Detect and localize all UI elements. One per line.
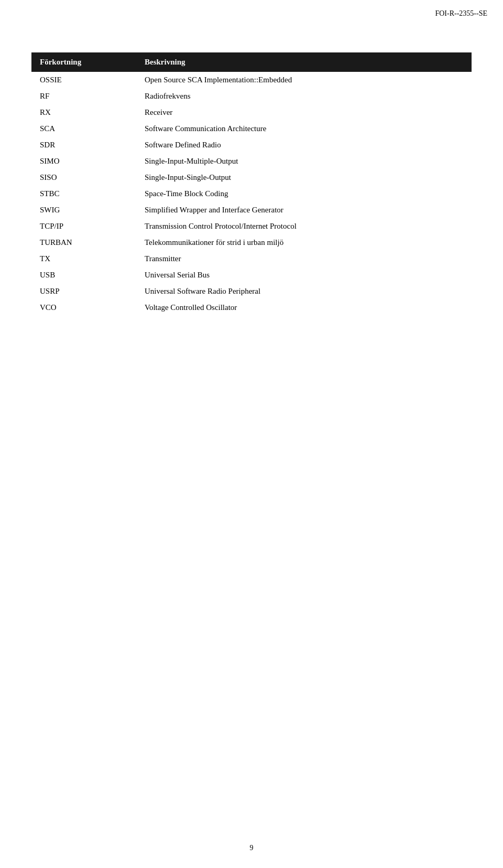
table-row: TCP/IPTransmission Control Protocol/Inte… — [31, 218, 472, 234]
table-row: RFRadiofrekvens — [31, 88, 472, 104]
table-row: USBUniversal Serial Bus — [31, 267, 472, 283]
cell-desc: Open Source SCA Implementation::Embedded — [136, 72, 472, 88]
table-row: SCASoftware Communication Architecture — [31, 121, 472, 137]
table-row: OSSIEOpen Source SCA Implementation::Emb… — [31, 72, 472, 88]
cell-desc: Simplified Wrapper and Interface Generat… — [136, 202, 472, 218]
page-number: 9 — [250, 844, 254, 852]
cell-desc: Space-Time Block Coding — [136, 186, 472, 202]
cell-desc: Single-Input-Single-Output — [136, 169, 472, 186]
cell-abbr: TURBAN — [31, 234, 136, 251]
table-row: SDRSoftware Defined Radio — [31, 137, 472, 153]
table-row: TXTransmitter — [31, 251, 472, 267]
col-header-desc: Beskrivning — [136, 52, 472, 72]
cell-desc: Transmission Control Protocol/Internet P… — [136, 218, 472, 234]
cell-desc: Receiver — [136, 104, 472, 121]
cell-desc: Single-Input-Multiple-Output — [136, 153, 472, 169]
cell-abbr: VCO — [31, 299, 136, 316]
document-id: FOI-R--2355--SE — [435, 9, 487, 18]
col-header-abbr: Förkortning — [31, 52, 136, 72]
cell-abbr: TX — [31, 251, 136, 267]
cell-desc: Telekommunikationer för strid i urban mi… — [136, 234, 472, 251]
cell-abbr: RF — [31, 88, 136, 104]
table-row: TURBANTelekommunikationer för strid i ur… — [31, 234, 472, 251]
cell-abbr: SISO — [31, 169, 136, 186]
table-row: USRPUniversal Software Radio Peripheral — [31, 283, 472, 299]
abbreviation-table: Förkortning Beskrivning OSSIEOpen Source… — [31, 52, 472, 316]
cell-abbr: SIMO — [31, 153, 136, 169]
table-row: SISOSingle-Input-Single-Output — [31, 169, 472, 186]
cell-desc: Universal Software Radio Peripheral — [136, 283, 472, 299]
table-row: RXReceiver — [31, 104, 472, 121]
cell-desc: Software Defined Radio — [136, 137, 472, 153]
cell-abbr: SCA — [31, 121, 136, 137]
cell-desc: Transmitter — [136, 251, 472, 267]
cell-desc: Radiofrekvens — [136, 88, 472, 104]
cell-abbr: SWIG — [31, 202, 136, 218]
cell-abbr: OSSIE — [31, 72, 136, 88]
cell-abbr: RX — [31, 104, 136, 121]
cell-abbr: TCP/IP — [31, 218, 136, 234]
cell-desc: Software Communication Architecture — [136, 121, 472, 137]
table-row: STBCSpace-Time Block Coding — [31, 186, 472, 202]
cell-abbr: USB — [31, 267, 136, 283]
cell-abbr: SDR — [31, 137, 136, 153]
cell-desc: Voltage Controlled Oscillator — [136, 299, 472, 316]
cell-abbr: USRP — [31, 283, 136, 299]
table-row: VCOVoltage Controlled Oscillator — [31, 299, 472, 316]
table-row: SIMOSingle-Input-Multiple-Output — [31, 153, 472, 169]
cell-abbr: STBC — [31, 186, 136, 202]
table-header-row: Förkortning Beskrivning — [31, 52, 472, 72]
table-row: SWIGSimplified Wrapper and Interface Gen… — [31, 202, 472, 218]
cell-desc: Universal Serial Bus — [136, 267, 472, 283]
